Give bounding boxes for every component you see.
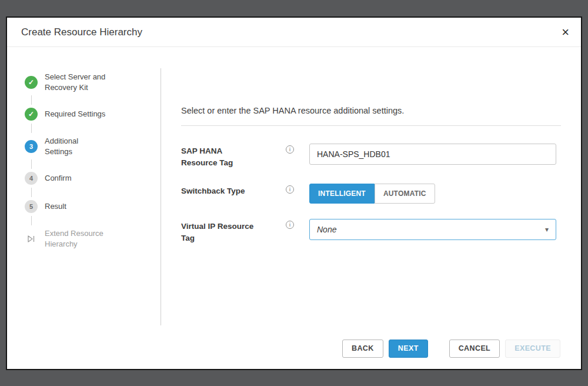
virtual-ip-select[interactable]: None ▾ xyxy=(309,219,556,240)
step-connector xyxy=(31,95,32,105)
switchback-option-intelligent[interactable]: INTELLIGENT xyxy=(309,184,375,204)
stepper-step-confirm: 4 Confirm xyxy=(25,172,149,185)
close-icon[interactable]: × xyxy=(562,26,569,39)
stepper-step-additional-settings[interactable]: 3 Additional Settings xyxy=(25,136,149,157)
check-icon: ✓ xyxy=(25,108,38,121)
stepper-step-select-server[interactable]: ✓ Select Server and Recovery Kit xyxy=(25,72,149,92)
virtual-ip-row: Virtual IP Resource Tag i None ▾ xyxy=(181,219,561,244)
skip-to-end-icon xyxy=(25,232,38,245)
virtual-ip-label: Virtual IP Resource Tag xyxy=(181,219,286,244)
check-icon: ✓ xyxy=(25,76,38,89)
step-number-badge: 3 xyxy=(25,140,38,153)
stepper-step-result: 5 Result xyxy=(25,200,149,213)
back-button[interactable]: BACK xyxy=(342,340,383,358)
resource-tag-input[interactable] xyxy=(309,144,556,165)
settings-panel: Select or enter the SAP HANA resource ad… xyxy=(161,47,581,335)
step-number-badge: 4 xyxy=(25,172,38,185)
instruction-text: Select or enter the SAP HANA resource ad… xyxy=(181,106,561,115)
virtual-ip-selected-value: None xyxy=(317,225,336,234)
execute-button: EXECUTE xyxy=(505,340,560,358)
step-label: Confirm xyxy=(45,173,72,184)
resource-tag-label: SAP HANA Resource Tag xyxy=(181,144,286,168)
dialog-body: ✓ Select Server and Recovery Kit ✓ Requi… xyxy=(7,47,581,335)
next-button[interactable]: NEXT xyxy=(389,340,428,358)
step-label: Additional Settings xyxy=(45,136,78,157)
create-resource-hierarchy-dialog: Create Resource Hierarchy × ✓ Select Ser… xyxy=(6,16,582,370)
step-connector xyxy=(31,124,32,133)
step-label: Extend Resource Hierarchy xyxy=(45,228,103,249)
switchback-option-automatic[interactable]: AUTOMATIC xyxy=(375,184,435,204)
stepper-step-extend-hierarchy: Extend Resource Hierarchy xyxy=(25,228,149,249)
additional-settings-form: SAP HANA Resource Tag i Switchback Type … xyxy=(181,144,561,244)
dialog-header: Create Resource Hierarchy × xyxy=(7,18,581,47)
wizard-stepper: ✓ Select Server and Recovery Kit ✓ Requi… xyxy=(7,47,161,335)
stepper-step-required-settings[interactable]: ✓ Required Settings xyxy=(25,108,149,121)
info-icon[interactable]: i xyxy=(286,221,294,229)
step-label: Select Server and Recovery Kit xyxy=(45,72,105,92)
step-connector xyxy=(31,216,32,225)
content-divider xyxy=(181,125,561,126)
step-connector xyxy=(31,188,32,197)
step-number-badge: 5 xyxy=(25,200,38,213)
step-label: Required Settings xyxy=(45,109,105,119)
cancel-button[interactable]: CANCEL xyxy=(449,340,500,358)
step-connector xyxy=(31,159,32,169)
resource-tag-row: SAP HANA Resource Tag i xyxy=(181,144,561,168)
dialog-footer: BACK NEXT CANCEL EXECUTE xyxy=(7,335,581,369)
step-label: Result xyxy=(45,201,66,212)
info-icon[interactable]: i xyxy=(286,185,294,194)
switchback-type-label: Switchback Type xyxy=(181,184,286,197)
switchback-toggle-group: INTELLIGENT AUTOMATIC xyxy=(309,184,435,204)
chevron-down-icon: ▾ xyxy=(545,225,549,234)
dialog-title: Create Resource Hierarchy xyxy=(21,26,142,38)
switchback-type-row: Switchback Type i INTELLIGENT AUTOMATIC xyxy=(181,184,561,204)
info-icon[interactable]: i xyxy=(286,145,294,154)
